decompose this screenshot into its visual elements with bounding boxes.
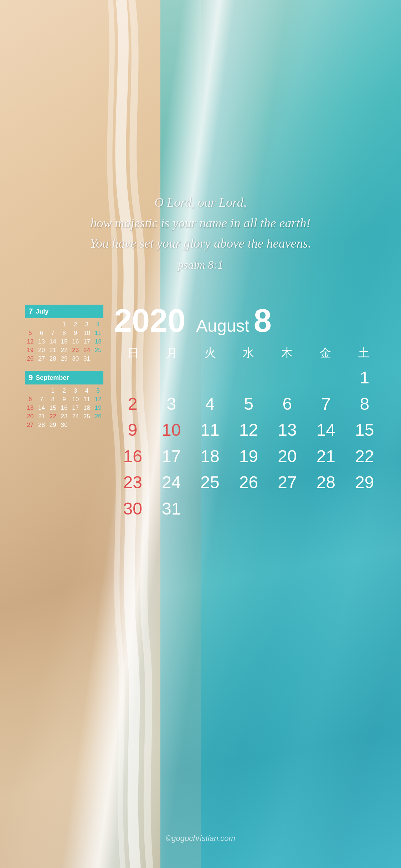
july-cell-sat: 4: [93, 320, 103, 329]
aug-cell: 11: [191, 418, 228, 443]
aug-cell: [269, 365, 306, 390]
sept-cell-sat: 19: [93, 404, 103, 412]
august-calendar: 2020 August 8 日 月 火 水 木 金 土: [114, 305, 383, 521]
july-cell-sun: 26: [25, 355, 36, 363]
sept-cell: [36, 387, 47, 395]
july-week2: 5 6 7 8 9 10 11: [25, 329, 103, 337]
aug-cell: 15: [346, 418, 383, 443]
july-cell: 23: [70, 346, 81, 355]
sept-cell: 23: [59, 412, 70, 421]
july-cell: 6: [36, 329, 47, 337]
july-cell: 15: [59, 337, 70, 346]
aug-cell: 21: [307, 444, 344, 469]
aug-cell: [269, 496, 306, 521]
aug-cell-sun: 2: [114, 392, 151, 417]
sept-cell: 16: [59, 404, 70, 412]
sept-num: 9: [29, 373, 33, 382]
july-cell: 27: [36, 355, 47, 363]
july-cell: 21: [47, 346, 58, 355]
july-cell: 8: [59, 329, 70, 337]
verse-container: O Lord, our Lord, how majestic is your n…: [18, 192, 383, 272]
aug-cell: 14: [307, 418, 344, 443]
aug-cell: 3: [153, 392, 190, 417]
aug-cell: 24: [153, 470, 190, 495]
july-cell: [36, 320, 47, 329]
july-week5: 26 27 28 29 30 31: [25, 355, 103, 363]
sept-cell: 11: [82, 395, 92, 404]
july-cell: 9: [70, 329, 81, 337]
sept-cell: 7: [36, 395, 47, 404]
sept-cell-sun: 13: [25, 404, 36, 412]
july-cell: [47, 320, 58, 329]
july-cell: 10: [82, 329, 92, 337]
sept-name: September: [36, 374, 69, 382]
aug-cell: 27: [269, 470, 306, 495]
aug-cell: 28: [307, 470, 344, 495]
july-cell: 24: [82, 346, 92, 355]
sept-header: 9 September: [25, 371, 103, 384]
sept-cell: [70, 421, 81, 429]
sept-cell: 29: [47, 421, 58, 429]
dow-sat: 土: [345, 344, 383, 362]
copyright-text: ©gogochristian.com: [166, 834, 235, 843]
august-grid: 1 2 3 4 5 6 7 8 9 10 11 12 13 14 15 16 1…: [114, 365, 383, 521]
aug-cell: [307, 496, 344, 521]
verse-line3: You have set your glory above the heaven…: [90, 236, 311, 250]
aug-cell-sun: 23: [114, 470, 151, 495]
dow-mon: 月: [153, 344, 191, 362]
july-header: 7 July: [25, 305, 103, 318]
sept-cell: 17: [70, 404, 81, 412]
sept-cell: 8: [47, 395, 58, 404]
sept-cell-sat: 26: [93, 412, 103, 421]
july-cell: 14: [47, 337, 58, 346]
july-cell-sat: 18: [93, 337, 103, 346]
sept-cell: 14: [36, 404, 47, 412]
aug-cell: 19: [230, 444, 267, 469]
july-cell: 30: [70, 355, 81, 363]
aug-cell: 10: [153, 418, 190, 443]
dow-wed: 水: [230, 344, 268, 362]
sept-week1: 1 2 3 4 5: [25, 387, 103, 395]
july-cell: [93, 355, 103, 363]
july-cell: 17: [82, 337, 92, 346]
verse-line1: O Lord, our Lord,: [154, 195, 246, 210]
calendar-area: 7 July 1 2 3 4 5: [25, 305, 383, 521]
july-week3: 12 13 14 15 16 17 18: [25, 337, 103, 346]
page: O Lord, our Lord, how majestic is your n…: [0, 0, 401, 868]
sept-cell: 1: [47, 387, 58, 395]
sept-cell: 24: [70, 412, 81, 421]
sept-cell-sun: 27: [25, 421, 36, 429]
sept-cell-sat: 12: [93, 395, 103, 404]
july-cell: 1: [59, 320, 70, 329]
small-calendars: 7 July 1 2 3 4 5: [25, 305, 103, 521]
aug-cell: 12: [230, 418, 267, 443]
july-name: July: [36, 308, 48, 315]
sept-cell: 9: [59, 395, 70, 404]
july-cell-sat: 25: [93, 346, 103, 355]
july-cell: 2: [70, 320, 81, 329]
aug-cell: 8: [346, 392, 383, 417]
aug-cell-sun: 16: [114, 444, 151, 469]
aug-cell: 6: [269, 392, 306, 417]
sept-cell: 15: [47, 404, 58, 412]
sept-cell: 4: [82, 387, 92, 395]
july-cell: 3: [82, 320, 92, 329]
july-cell: 20: [36, 346, 47, 355]
july-cell-sun: 12: [25, 337, 36, 346]
july-cell-sat: 11: [93, 329, 103, 337]
sept-week5: 27 28 29 30: [25, 421, 103, 429]
sept-cell: [82, 421, 92, 429]
july-cell: 22: [59, 346, 70, 355]
aug-cell: [230, 365, 267, 390]
august-header: 2020 August 8: [114, 305, 383, 337]
sept-cell: 22: [47, 412, 58, 421]
days-of-week: 日 月 火 水 木 金 土: [114, 344, 383, 362]
sept-cell: 28: [36, 421, 47, 429]
july-calendar: 7 July 1 2 3 4 5: [25, 305, 103, 363]
sept-cell: 21: [36, 412, 47, 421]
dow-sun: 日: [114, 344, 153, 362]
aug-cell-sun: 30: [114, 496, 151, 521]
verse-reference: psalm 8:1: [18, 258, 383, 272]
verse-text: O Lord, our Lord, how majestic is your n…: [18, 192, 383, 254]
aug-cell: 4: [191, 392, 228, 417]
